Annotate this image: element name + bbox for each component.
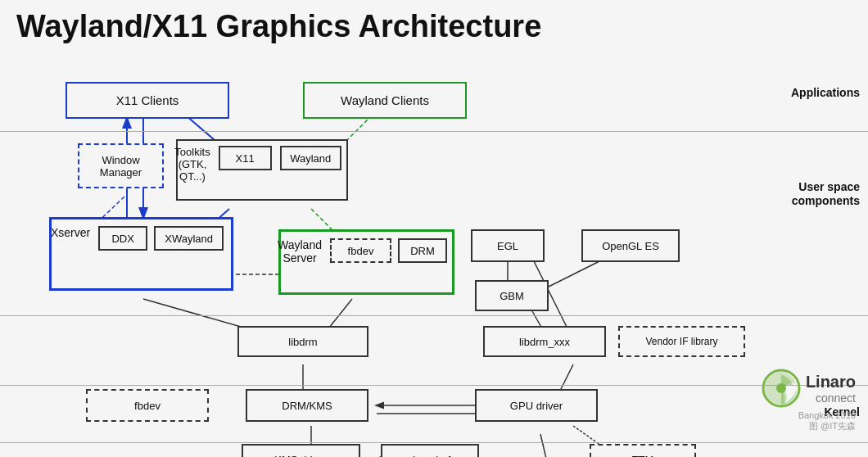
slide-title: Wayland/X11 Graphics Architecture <box>0 0 868 51</box>
drm-kms-box: DRM/KMS <box>246 389 368 422</box>
slide: Wayland/X11 Graphics Architecture <box>0 0 868 457</box>
watermark-label: 图 @IT先森 <box>761 420 856 432</box>
vendor-if-box: Vendor IF library <box>618 326 745 357</box>
egl-box: EGL <box>471 229 545 262</box>
linaro-branding: Linaro connect Bangkok 2016 图 @IT先森 <box>761 368 856 432</box>
divider-kernel <box>0 385 868 386</box>
xwayland-box: XWayland <box>154 226 224 251</box>
ddx-box: DDX <box>98 226 147 251</box>
diagram-area: Applications User space components Kerne… <box>0 66 868 457</box>
section-applications: Applications <box>791 86 860 100</box>
linaro-label: Linaro <box>806 373 856 391</box>
opengl-es-box: OpenGL ES <box>581 229 680 262</box>
fbdev-kernel-box: fbdev <box>86 389 209 422</box>
connect-label: connect <box>806 391 856 405</box>
libdrm-xxx-box: libdrm_xxx <box>483 326 606 357</box>
ttm-box: TTM <box>590 444 696 457</box>
window-manager-box: Window Manager <box>78 143 164 188</box>
svg-line-24 <box>540 434 557 457</box>
section-userspace: User space components <box>792 180 860 208</box>
wayland-toolkit-box: Wayland <box>280 146 341 170</box>
drm-wayland-box: DRM <box>398 238 447 263</box>
wayland-server-box: Wayland Server fbdev DRM <box>278 229 454 295</box>
toolkits-box: Toolkits (GTK, QT...) X11 Wayland <box>176 139 348 201</box>
bangkok-label: Bangkok 2016 <box>761 410 856 420</box>
divider-userspace <box>0 315 868 316</box>
linaro-logo-icon <box>761 368 802 409</box>
kms-driver-box: KMS driver <box>242 444 360 457</box>
libdrm-box: libdrm <box>237 326 368 357</box>
fbdev-wayland-box: fbdev <box>330 238 391 263</box>
xserver-box: Xserver DDX XWayland <box>49 217 233 291</box>
divider-applications <box>0 131 868 132</box>
dma-buf-box: dma_buf <box>381 444 479 457</box>
gbm-box: GBM <box>475 280 549 311</box>
wayland-clients-box: Wayland Clients <box>303 82 467 119</box>
divider-hardware-top <box>0 442 868 443</box>
x11-toolkit-box: X11 <box>219 146 272 170</box>
gpu-driver-box: GPU driver <box>475 389 598 422</box>
x11-clients-box: X11 Clients <box>66 82 229 119</box>
svg-point-26 <box>776 383 786 393</box>
